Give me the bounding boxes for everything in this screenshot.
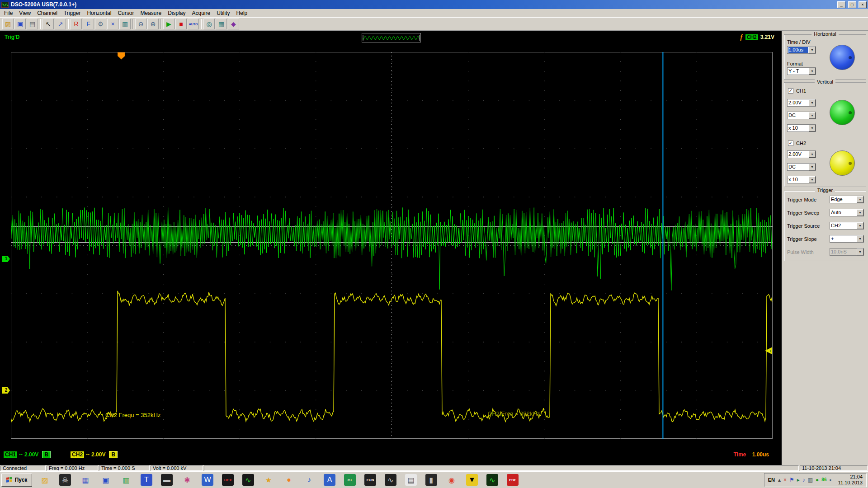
menu-horizontal[interactable]: Horizontal <box>84 9 114 17</box>
dropdown-arrow-icon[interactable]: ▼ <box>809 99 816 106</box>
fft-button[interactable]: F <box>83 19 94 29</box>
tray-shield-icon[interactable]: ● <box>816 477 819 483</box>
paint-icon[interactable]: ✱ <box>178 473 196 487</box>
tray-volume-icon[interactable]: ♪ <box>802 477 805 483</box>
compiler-icon[interactable]: C+ <box>341 473 359 487</box>
horizontal-scale-knob[interactable] <box>830 45 855 70</box>
dropdown-arrow-icon[interactable]: ▼ <box>857 196 863 203</box>
tray-play-icon[interactable]: ▸ <box>797 477 800 483</box>
ch2-position-knob[interactable] <box>830 150 855 176</box>
print-button[interactable]: ▤ <box>27 19 38 29</box>
zoom-out-button[interactable]: ⊖ <box>135 19 146 29</box>
trigger-mode-select[interactable]: Edge▼ <box>830 196 864 203</box>
dropdown-arrow-icon[interactable]: ▼ <box>857 222 863 229</box>
midi-keyboard-icon[interactable]: ▤ <box>402 473 420 487</box>
dropdown-arrow-icon[interactable]: ▼ <box>857 235 863 242</box>
menu-help[interactable]: Help <box>233 9 251 17</box>
tray-network-icon[interactable]: ▥ <box>808 477 813 483</box>
folder-icon[interactable]: ▨ <box>36 473 54 487</box>
hex-editor-icon[interactable]: HEX <box>219 473 237 487</box>
display-button[interactable]: ▥ <box>119 19 131 29</box>
pdf-reader-icon[interactable]: PDF <box>504 473 522 487</box>
hidden-icons-button[interactable]: ▴ <box>778 477 781 483</box>
browser-icon[interactable]: ● <box>280 473 298 487</box>
menu-file[interactable]: File <box>1 9 16 17</box>
spreadsheet-icon[interactable]: ▥ <box>117 473 135 487</box>
ch1-probe-select[interactable]: x 10 ▼ <box>787 124 816 132</box>
trigger-sweep-select[interactable]: Auto▼ <box>830 209 864 216</box>
dropdown-arrow-icon[interactable]: ▼ <box>809 176 816 183</box>
ch2-ground-marker[interactable]: 2 <box>2 387 10 394</box>
scope-capture-icon[interactable]: ∿ <box>483 473 501 487</box>
time-div-select[interactable]: 1.00us ▼ <box>787 46 816 54</box>
save-button[interactable]: ▣ <box>14 19 26 29</box>
ch1-badge[interactable]: CH1 <box>4 451 17 458</box>
tray-temp-badge[interactable]: 86 <box>821 477 826 483</box>
ch1-coupling-select[interactable]: DC ▼ <box>787 112 816 119</box>
minimize-button[interactable]: _ <box>837 1 845 8</box>
fun-app-icon[interactable]: FUN <box>361 473 379 487</box>
trigger-slope-select[interactable]: +▼ <box>830 235 864 243</box>
dropdown-arrow-icon[interactable]: ▼ <box>809 68 816 75</box>
select-tool-button[interactable]: ↗ <box>55 19 66 29</box>
dropdown-arrow-icon[interactable]: ▼ <box>857 209 863 216</box>
music-player-icon[interactable]: ♪ <box>300 473 318 487</box>
ch2-coupling-select[interactable]: DC ▼ <box>787 163 816 171</box>
dropdown-arrow-icon[interactable]: ▼ <box>809 47 816 53</box>
dropdown-arrow-icon[interactable]: ▼ <box>809 125 816 131</box>
menu-view[interactable]: View <box>16 9 34 17</box>
signal-app-icon[interactable]: ∿ <box>239 473 257 487</box>
annotate-button[interactable]: ◆ <box>228 19 239 29</box>
record-button[interactable]: R <box>71 19 82 29</box>
language-indicator[interactable]: EN <box>768 477 775 483</box>
self-calibration-button[interactable]: ◎ <box>203 19 215 29</box>
chrome-icon[interactable]: ◉ <box>443 473 461 487</box>
menu-trigger[interactable]: Trigger <box>61 9 84 17</box>
ch2-enable-checkbox[interactable]: ✓ <box>788 141 793 146</box>
format-select[interactable]: Y - T ▼ <box>787 67 816 75</box>
close-button[interactable]: × <box>859 1 867 8</box>
pointer-tool-button[interactable]: ↖ <box>42 19 54 29</box>
chip-programmer-icon[interactable]: ▬ <box>158 473 176 487</box>
tray-close-icon[interactable]: × <box>783 477 787 483</box>
dropdown-arrow-icon[interactable]: ▼ <box>809 164 816 170</box>
translator-icon[interactable]: A <box>321 473 339 487</box>
ch1-position-knob[interactable] <box>830 100 855 125</box>
waveform-preview[interactable] <box>362 33 421 42</box>
ch1-ground-marker[interactable]: 1 <box>2 256 10 262</box>
ch2-probe-select[interactable]: x 10 ▼ <box>787 176 816 183</box>
winhex-icon[interactable]: W <box>198 473 217 487</box>
menu-cursor[interactable]: Cursor <box>114 9 137 17</box>
start-acquisition-button[interactable]: ▶ <box>163 19 175 29</box>
menu-channel[interactable]: Channel <box>34 9 61 17</box>
scope-grid[interactable]: TCH2 Frequ = 352kHzCH2 Freq = 352kHz <box>11 52 773 439</box>
trigger-source-select[interactable]: CH2▼ <box>830 222 864 230</box>
menu-measure[interactable]: Measure <box>137 9 165 17</box>
backup-icon[interactable]: ▣ <box>97 473 115 487</box>
skull-app-icon[interactable]: ☠ <box>56 473 74 487</box>
ch1-enable-checkbox[interactable]: ✓ <box>788 88 793 94</box>
settings-button[interactable]: ⚙ <box>95 19 106 29</box>
tray-eject-icon[interactable]: ▪ <box>829 477 831 483</box>
open-button[interactable]: ▨ <box>2 19 14 29</box>
maximize-button[interactable]: □ <box>848 1 856 8</box>
tray-flag-icon[interactable]: ⚑ <box>789 477 794 483</box>
tray-clock[interactable]: 21:04 11.10.2013 <box>838 474 863 486</box>
menu-acquire[interactable]: Acquire <box>189 9 214 17</box>
text-editor-icon[interactable]: T <box>137 473 156 487</box>
batman-icon[interactable]: ▼ <box>463 473 481 487</box>
stop-acquisition-button[interactable]: ■ <box>175 19 187 29</box>
zoom-in-button[interactable]: ⊕ <box>147 19 159 29</box>
menu-utility[interactable]: Utility <box>213 9 233 17</box>
measure-button[interactable]: ▦ <box>216 19 227 29</box>
ch1-volt-select[interactable]: 2.00V ▼ <box>787 99 816 107</box>
autoset-button[interactable]: AUTO <box>188 19 199 29</box>
star-app-icon[interactable]: ★ <box>259 473 278 487</box>
start-button[interactable]: Пуск <box>1 474 32 487</box>
ch2-volt-select[interactable]: 2.00V ▼ <box>787 150 816 158</box>
disconnect-button[interactable]: × <box>107 19 118 29</box>
audio-editor-icon[interactable]: ∿ <box>382 473 400 487</box>
menu-display[interactable]: Display <box>165 9 189 17</box>
dropdown-arrow-icon[interactable]: ▼ <box>809 112 816 119</box>
calculator-icon[interactable]: ▦ <box>76 473 94 487</box>
